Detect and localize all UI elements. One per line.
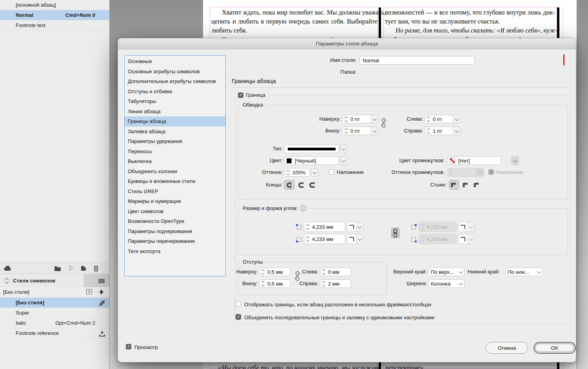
- trash-icon[interactable]: [92, 264, 100, 273]
- stroke-right-value[interactable]: 1 пт: [432, 128, 442, 134]
- preview-checkbox[interactable]: [126, 344, 131, 349]
- ok-button[interactable]: OK: [534, 342, 576, 354]
- cloud-sync-icon[interactable]: [3, 264, 12, 273]
- gap-color-chevron[interactable]: [511, 156, 519, 165]
- stepper[interactable]: [343, 115, 349, 123]
- lightning-icon[interactable]: [99, 289, 104, 297]
- overprint-checkbox[interactable]: [329, 169, 334, 175]
- sidebar-item[interactable]: Стиль GREP: [125, 186, 225, 197]
- corner-topleft-value[interactable]: 4,233 мм: [311, 224, 333, 230]
- stepper[interactable]: [260, 268, 266, 276]
- char-style-header-row[interactable]: [Без стиля]: [0, 287, 109, 297]
- collapse-panel-icon[interactable]: [5, 279, 8, 283]
- sidebar-item[interactable]: Буквицы и вложенные стили: [125, 176, 225, 186]
- cap-round-button[interactable]: [296, 180, 306, 190]
- chevron-down-icon[interactable]: [370, 127, 378, 135]
- sidebar-item[interactable]: Объединить колонки: [125, 166, 225, 177]
- paragraph-style-row[interactable]: [основной абзац]: [0, 0, 109, 10]
- stepper[interactable]: [425, 115, 432, 123]
- corner-topleft-shape-dropdown[interactable]: [347, 222, 363, 232]
- link-corners-icon[interactable]: [391, 228, 399, 238]
- gap-color-dropdown[interactable]: [Нет]: [447, 156, 501, 165]
- stepper[interactable]: [320, 280, 327, 288]
- corner-topleft-field[interactable]: 4,233 мм: [304, 222, 345, 232]
- corner-bottomleft-field[interactable]: 4,233 мм: [304, 234, 345, 244]
- sidebar-item[interactable]: Параметры перечеркивания: [125, 236, 225, 246]
- sidebar-item[interactable]: Выключка: [125, 156, 225, 166]
- join-miter-button[interactable]: [449, 180, 459, 190]
- stepper[interactable]: [343, 127, 349, 135]
- stroke-type-dropdown[interactable]: [284, 145, 339, 153]
- tint-value[interactable]: 100%: [291, 170, 305, 175]
- chevron-down-icon[interactable]: [356, 234, 363, 244]
- cap-butt-button[interactable]: [284, 180, 294, 190]
- stepper[interactable]: [425, 127, 432, 135]
- chevron-down-icon[interactable]: [453, 115, 460, 123]
- corner-bottomleft-value[interactable]: 4,233 мм: [311, 236, 333, 242]
- stepper[interactable]: [285, 168, 291, 176]
- info-icon[interactable]: [300, 205, 306, 211]
- join-bevel-button[interactable]: [472, 180, 482, 190]
- offset-right-field[interactable]: 2 мм: [320, 279, 351, 288]
- sidebar-item[interactable]: Основные атрибуты символов: [125, 67, 225, 77]
- sidebar-item[interactable]: Маркеры и нумерация: [125, 196, 225, 206]
- stroke-right-field[interactable]: 1 пт: [425, 127, 461, 135]
- stroke-bottom-value[interactable]: 0 пт: [349, 128, 360, 134]
- cap-square-button[interactable]: [307, 180, 317, 190]
- sidebar-item[interactable]: Переносы: [125, 147, 225, 157]
- sidebar-item[interactable]: Параметры удержания: [125, 136, 225, 147]
- chevron-down-icon[interactable]: [453, 127, 460, 135]
- sidebar-item[interactable]: Параметры подчеркивания: [125, 226, 225, 237]
- stroke-left-field[interactable]: 0 пт: [425, 115, 461, 123]
- bottom-edge-dropdown[interactable]: По ниж...: [505, 268, 543, 276]
- sidebar-item[interactable]: Теги экспорта: [125, 246, 225, 257]
- offset-right-value[interactable]: 2 мм: [327, 281, 339, 287]
- paragraph-style-row-selected[interactable]: Normal Cmd+Num 0: [0, 10, 109, 20]
- new-style-plus-icon[interactable]: [86, 289, 92, 294]
- stepper[interactable]: [304, 234, 311, 244]
- dialog-title-bar[interactable]: Параметры стиля абзаца: [118, 38, 576, 49]
- sidebar-item[interactable]: Линии абзаца: [125, 107, 225, 117]
- clear-overrides-icon[interactable]: ¶: [66, 264, 74, 273]
- stroke-left-value[interactable]: 0 пт: [432, 116, 442, 122]
- stroke-bottom-field[interactable]: 0 пт: [342, 127, 378, 135]
- sidebar-item[interactable]: Цвет символов: [125, 206, 225, 217]
- style-name-input[interactable]: [359, 56, 475, 65]
- width-dropdown[interactable]: Колонка: [428, 279, 465, 288]
- char-style-row[interactable]: Super: [0, 308, 109, 318]
- chevron-down-icon[interactable]: [356, 222, 363, 232]
- sidebar-item[interactable]: Возможности OpenType: [125, 216, 225, 226]
- stroke-top-field[interactable]: 0 пт: [342, 115, 378, 123]
- tab-character-styles[interactable]: Стили символов: [0, 274, 84, 287]
- display-borders-checkbox[interactable]: [236, 301, 241, 307]
- char-style-row[interactable]: Italic Opt+Cmd+Num 2: [0, 318, 109, 328]
- panel-menu-icon[interactable]: [98, 279, 105, 280]
- tint-chevron[interactable]: [311, 168, 318, 177]
- stroke-top-value[interactable]: 0 пт: [349, 116, 360, 122]
- stepper[interactable]: [304, 222, 311, 232]
- stroke-color-chevron[interactable]: [340, 156, 347, 165]
- folder-icon[interactable]: [53, 264, 62, 273]
- corner-bottomleft-shape-dropdown[interactable]: [347, 234, 363, 244]
- chevron-down-icon[interactable]: [370, 115, 378, 123]
- border-checkbox[interactable]: [238, 92, 243, 98]
- char-style-row[interactable]: Footnote reference: [0, 328, 109, 338]
- stepper[interactable]: [260, 280, 266, 288]
- sidebar-item[interactable]: Отступы и отбивки: [125, 87, 225, 97]
- tint-field[interactable]: 100%: [284, 168, 310, 177]
- sidebar-item[interactable]: Табуляторы: [125, 96, 225, 107]
- stepper[interactable]: [320, 268, 327, 276]
- sidebar-item-selected[interactable]: Границы абзаца: [125, 116, 225, 127]
- cancel-button[interactable]: Отмена: [486, 342, 528, 354]
- merge-borders-checkbox[interactable]: [236, 314, 241, 320]
- join-round-button[interactable]: [461, 180, 471, 190]
- sidebar-item[interactable]: Дополнительные атрибуты символов: [125, 76, 225, 87]
- offset-left-value[interactable]: 0 мм: [327, 269, 339, 275]
- stroke-type-chevron[interactable]: [340, 145, 347, 153]
- new-style-icon[interactable]: [79, 264, 88, 273]
- sidebar-item[interactable]: Основные: [125, 56, 225, 67]
- char-style-row-selected[interactable]: [Без стиля]: [0, 298, 109, 308]
- paragraph-style-row[interactable]: Footnote text: [0, 20, 109, 31]
- offset-left-field[interactable]: 0 мм: [320, 268, 351, 276]
- sidebar-item[interactable]: Заливка абзаца: [125, 127, 225, 137]
